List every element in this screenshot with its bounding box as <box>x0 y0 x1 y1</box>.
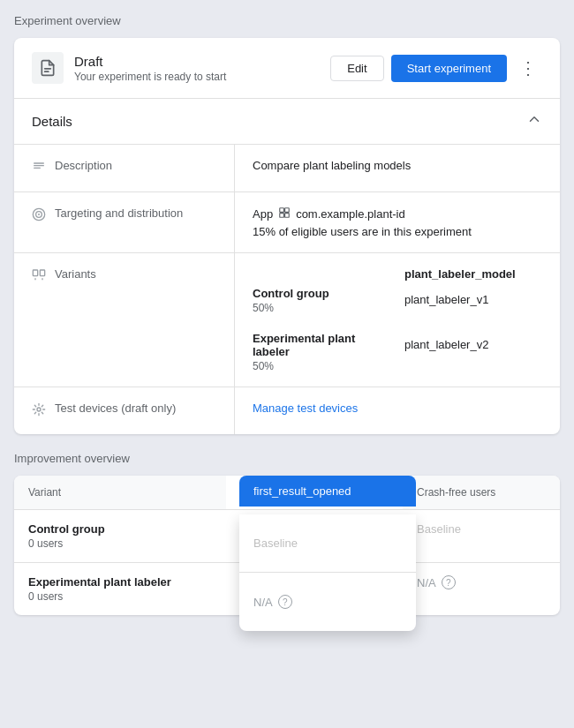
experimental-pct: 50% <box>253 360 390 372</box>
svg-rect-12 <box>33 270 37 276</box>
targeting-app-id: com.example.plant-id <box>296 207 405 221</box>
targeting-app-row: App com.example.plant-id <box>253 206 542 221</box>
experimental-crash-free-na: N/A ? <box>417 575 546 589</box>
draft-info: Draft Your experiment is ready to start <box>74 54 330 83</box>
variants-icon <box>32 268 46 286</box>
draft-icon <box>32 52 64 84</box>
experiment-card: Draft Your experiment is ready to start … <box>14 38 560 434</box>
more-vert-icon: ⋮ <box>519 57 537 79</box>
manage-test-devices-link[interactable]: Manage test devices <box>253 402 358 415</box>
variants-names: Control group 50% Experimental plant lab… <box>253 267 390 372</box>
experimental-model: plant_labeler_v2 <box>404 338 542 351</box>
svg-rect-8 <box>280 208 284 213</box>
details-title: Details <box>32 114 72 129</box>
test-devices-icon <box>32 402 46 420</box>
control-group-variant: Control group 50% <box>253 287 390 314</box>
test-devices-row: Test devices (draft only) Manage test de… <box>14 387 560 434</box>
targeting-label-cell: Targeting and distribution <box>14 192 235 252</box>
control-group-name: Control group <box>253 287 390 300</box>
targeting-app-prefix: App <box>253 207 273 221</box>
edit-button[interactable]: Edit <box>330 56 383 81</box>
draft-subtitle: Your experiment is ready to start <box>74 71 330 83</box>
experimental-crash-free-cell: N/A ? <box>403 563 560 616</box>
experimental-name: Experimental plant labeler <box>253 332 390 358</box>
first-result-column-header: first_result_opened <box>239 476 416 507</box>
targeting-icon <box>32 207 46 225</box>
control-group-cell: Control group 0 users <box>14 510 226 563</box>
description-icon <box>32 160 46 177</box>
experiment-overview-title: Experiment overview <box>14 14 560 27</box>
svg-rect-13 <box>40 270 44 276</box>
targeting-value-cell: App com.example.plant-id 15% of eligible… <box>235 192 560 252</box>
test-devices-value-cell: Manage test devices <box>235 387 560 434</box>
draft-label: Draft <box>74 54 330 69</box>
svg-rect-9 <box>285 208 290 213</box>
svg-rect-11 <box>285 214 290 218</box>
collapse-icon[interactable] <box>526 111 542 131</box>
col-crash-free-header: Crash-free users <box>403 476 560 510</box>
description-row: Description Compare plant labeling model… <box>14 145 560 192</box>
experimental-cell: Experimental plant labeler 0 users <box>14 563 226 616</box>
first-result-floating-body: Baseline N/A ? <box>239 514 416 631</box>
description-value-cell: Compare plant labeling models <box>235 145 560 191</box>
variants-label: Variants <box>55 267 96 281</box>
experimental-row-users: 0 users <box>28 590 212 603</box>
app-icon <box>278 206 291 221</box>
test-devices-label-cell: Test devices (draft only) <box>14 387 235 434</box>
first-result-help-icon[interactable]: ? <box>278 595 292 609</box>
crash-free-help-icon[interactable]: ? <box>442 575 456 589</box>
draft-header: Draft Your experiment is ready to start … <box>14 38 560 98</box>
first-result-control-cell: Baseline <box>239 514 416 573</box>
variants-label-cell: Variants <box>14 253 235 387</box>
targeting-subtitle: 15% of eligible users are in this experi… <box>253 225 542 238</box>
details-header: Details <box>14 98 560 145</box>
variants-models: plant_labeler_model plant_labeler_v1 pla… <box>404 267 542 372</box>
draft-actions: Edit Start experiment ⋮ <box>330 54 542 82</box>
start-experiment-button[interactable]: Start experiment <box>391 55 507 82</box>
variants-value-cell: Control group 50% Experimental plant lab… <box>235 253 560 387</box>
svg-point-16 <box>37 408 41 411</box>
first-result-na-cell: N/A ? <box>253 595 292 609</box>
targeting-row: Targeting and distribution App com.examp… <box>14 192 560 253</box>
experimental-row-name: Experimental plant labeler <box>28 575 212 589</box>
variants-row: Variants Control group 50% Experimental … <box>14 253 560 387</box>
more-options-button[interactable]: ⋮ <box>514 54 542 82</box>
control-group-row-users: 0 users <box>28 537 212 550</box>
variant-column-header: plant_labeler_model <box>404 267 542 281</box>
experimental-variant: Experimental plant labeler 50% <box>253 332 390 372</box>
test-devices-label: Test devices (draft only) <box>55 402 176 415</box>
description-label-cell: Description <box>14 145 235 191</box>
targeting-label: Targeting and distribution <box>55 206 183 220</box>
control-group-pct: 50% <box>253 302 390 314</box>
improvement-card: first_result_opened Variant first_result… <box>14 476 560 615</box>
improvement-overview-title: Improvement overview <box>14 452 560 465</box>
description-value: Compare plant labeling models <box>253 159 411 172</box>
svg-rect-10 <box>280 214 284 218</box>
description-label: Description <box>55 159 112 172</box>
control-crash-free-cell: Baseline <box>403 510 560 563</box>
col-variant-header: Variant <box>14 476 226 510</box>
first-result-experimental-cell: N/A ? <box>239 573 416 631</box>
svg-point-7 <box>38 214 40 215</box>
control-group-model: plant_labeler_v1 <box>404 293 542 306</box>
control-group-row-name: Control group <box>28 522 212 536</box>
